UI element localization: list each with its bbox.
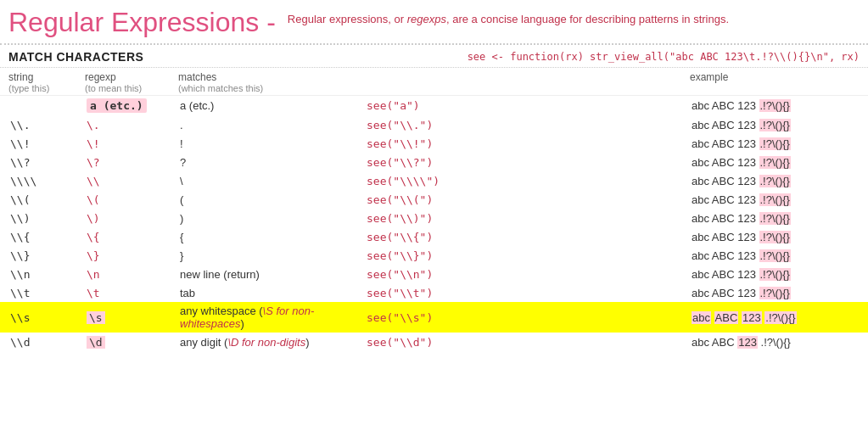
cell-regexp: \{ [85, 230, 178, 244]
cell-matches: tab [178, 286, 365, 300]
cell-matches: ! [178, 137, 365, 151]
cell-string: \\} [8, 249, 85, 263]
cell-example: abc ABC 123 .!?\(){} [690, 155, 860, 170]
cell-regexp: \t [85, 286, 178, 300]
cell-see: see("\\n") [365, 267, 690, 282]
cell-see: see("\\?") [365, 155, 690, 170]
cell-regexp: \! [85, 137, 178, 151]
cell-see: see("\\.") [365, 118, 690, 132]
cell-string: \\t [8, 286, 85, 300]
table-row: \\? \? ? see("\\?") abc ABC 123 .!?\(){} [0, 153, 868, 171]
cell-regexp: a (etc.) [85, 98, 178, 114]
cell-see: see("\\t") [365, 286, 690, 300]
cell-see: see("\\d") [365, 335, 690, 349]
table-row: \\. \. . see("\\.") abc ABC 123 .!?\(){} [0, 115, 868, 134]
table-row-highlighted: \\s \s any whitespace (\S for non-whites… [0, 302, 868, 333]
cell-see: see("\\\\") [365, 174, 690, 188]
cell-string: \\d [8, 335, 85, 349]
cell-matches: } [178, 249, 365, 263]
column-headers: string (type this) regexp (to mean this)… [0, 68, 868, 96]
col-header-matches: matches (which matches this) [178, 71, 365, 93]
cell-matches: . [178, 118, 365, 132]
cell-regexp: \? [85, 155, 178, 170]
table-row: \\n \n new line (return) see("\\n") abc … [0, 265, 868, 283]
cell-example: abc ABC 123 .!?\(){} [690, 249, 860, 263]
cell-regexp: \d [85, 335, 178, 349]
cell-matches: { [178, 230, 365, 244]
section-header: MATCH CHARACTERS see <- function(rx) str… [0, 45, 868, 68]
cell-matches: any digit (\D for non-digits) [178, 335, 365, 349]
cell-see: see("\\{") [365, 230, 690, 244]
table-body: a (etc.) a (etc.) see("a") abc ABC 123 .… [0, 96, 868, 351]
cell-matches: a (etc.) [178, 98, 365, 113]
cell-example: abc ABC 123 .!?\(){} [690, 211, 860, 226]
cell-string: \\! [8, 137, 85, 151]
cell-see: see("\\)") [365, 211, 690, 226]
cell-regexp: \} [85, 249, 178, 263]
cell-regexp: \s [85, 310, 178, 325]
page-title: Regular Expressions - [8, 7, 276, 38]
cell-string: \\{ [8, 230, 85, 244]
table-row: \\) \) ) see("\\)") abc ABC 123 .!?\(){} [0, 209, 868, 227]
cell-matches: ) [178, 211, 365, 226]
table-row: a (etc.) a (etc.) see("a") abc ABC 123 .… [0, 96, 868, 115]
cell-example: abc ABC 123 .!?\(){} [690, 286, 860, 300]
cell-example: abc ABC 123 .!?\(){} [690, 174, 860, 188]
cell-regexp: \) [85, 211, 178, 226]
col-header-regexp: regexp (to mean this) [85, 71, 178, 93]
cell-string: \\n [8, 267, 85, 282]
cell-string [8, 105, 85, 107]
cell-example: abc ABC 123 .!?\(){} [690, 267, 860, 282]
col-header-empty [365, 71, 690, 93]
table-row: \\} \} } see("\\}") abc ABC 123 .!?\(){} [0, 246, 868, 265]
cell-example: abc ABC 123 .!?\(){} [690, 137, 860, 151]
table-row: \\{ \{ { see("\\{") abc ABC 123 .!?\(){} [0, 227, 868, 246]
cell-example: abc ABC 123 .!?\(){} [690, 118, 860, 132]
cell-see: see("\\!") [365, 137, 690, 151]
cell-string: \\\\ [8, 174, 85, 188]
cell-matches: ( [178, 193, 365, 207]
table-row: \\( \( ( see("\\(") abc ABC 123 .!?\(){} [0, 190, 868, 209]
cell-string: \\? [8, 155, 85, 170]
cell-matches: \ [178, 174, 365, 188]
cell-example: abc ABC 123 .!?\(){} [690, 310, 860, 325]
cell-string: \\) [8, 211, 85, 226]
cell-see: see("\\(") [365, 193, 690, 207]
col-header-example: example [690, 71, 860, 93]
cell-matches: any whitespace (\S for non-whitespaces) [178, 304, 365, 331]
cell-example: abc ABC 123 .!?\(){} [690, 98, 860, 113]
cell-see: see("\\s") [365, 310, 690, 325]
cell-example: abc ABC 123 .!?\(){} [690, 335, 860, 349]
page-header: Regular Expressions - Regular expression… [0, 0, 868, 45]
cell-matches: new line (return) [178, 267, 365, 282]
cell-example: abc ABC 123 .!?\(){} [690, 230, 860, 244]
section-code: see <- function(rx) str_view_all("abc AB… [468, 51, 860, 63]
cell-string: \\. [8, 118, 85, 132]
table-row: \\! \! ! see("\\!") abc ABC 123 .!?\(){} [0, 134, 868, 153]
cell-string: \\s [8, 310, 85, 325]
cell-regexp: \n [85, 267, 178, 282]
page-description: Regular expressions, or regexps, are a c… [288, 7, 729, 27]
table-row: \\t \t tab see("\\t") abc ABC 123 .!?\()… [0, 283, 868, 302]
cell-see: see("\\}") [365, 249, 690, 263]
section-title: MATCH CHARACTERS [8, 50, 143, 64]
cell-string: \\( [8, 193, 85, 207]
col-header-string: string (type this) [8, 71, 85, 93]
cell-regexp: \( [85, 193, 178, 207]
cell-matches: ? [178, 155, 365, 170]
table-row: \\d \d any digit (\D for non-digits) see… [0, 333, 868, 351]
cell-regexp: \\ [85, 174, 178, 188]
cell-see: see("a") [365, 98, 690, 113]
cell-example: abc ABC 123 .!?\(){} [690, 193, 860, 207]
table-row: \\\\ \\ \ see("\\\\") abc ABC 123 .!?\()… [0, 171, 868, 190]
cell-regexp: \. [85, 118, 178, 132]
